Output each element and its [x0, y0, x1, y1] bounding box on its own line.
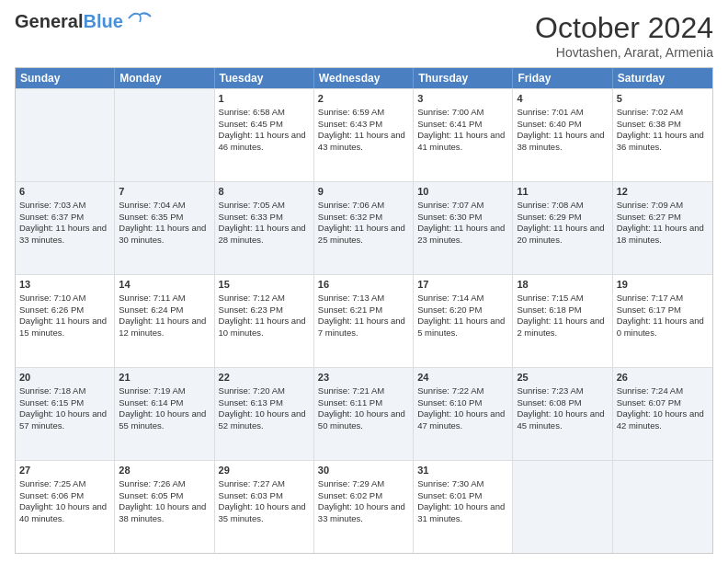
day-info: Sunset: 6:13 PM — [219, 397, 310, 409]
table-row: 24Sunrise: 7:22 AMSunset: 6:10 PMDayligh… — [414, 368, 513, 460]
calendar-row: 27Sunrise: 7:25 AMSunset: 6:06 PMDayligh… — [16, 460, 712, 553]
day-info: Daylight: 10 hours and 55 minutes. — [119, 408, 210, 432]
day-info: Sunrise: 7:15 AM — [517, 293, 608, 304]
day-info: Sunrise: 7:24 AM — [617, 385, 709, 397]
title-section: October 2024 Hovtashen, Ararat, Armenia — [535, 11, 713, 60]
day-info: Sunrise: 7:11 AM — [119, 293, 210, 304]
table-row: 7Sunrise: 7:04 AMSunset: 6:35 PMDaylight… — [115, 182, 214, 274]
table-row: 21Sunrise: 7:19 AMSunset: 6:14 PMDayligh… — [115, 368, 214, 460]
table-row: 31Sunrise: 7:30 AMSunset: 6:01 PMDayligh… — [414, 461, 513, 553]
table-row: 1Sunrise: 6:58 AMSunset: 6:45 PMDaylight… — [215, 89, 314, 181]
day-info: Daylight: 10 hours and 42 minutes. — [617, 408, 709, 432]
day-info: Sunrise: 7:27 AM — [219, 478, 310, 490]
day-number: 8 — [219, 185, 310, 199]
header: GeneralBlue October 2024 Hovtashen, Arar… — [15, 11, 713, 60]
weekday-wednesday: Wednesday — [314, 68, 414, 88]
day-info: Daylight: 10 hours and 52 minutes. — [219, 408, 310, 432]
page: GeneralBlue October 2024 Hovtashen, Arar… — [0, 0, 728, 563]
day-info: Sunset: 6:30 PM — [417, 212, 508, 224]
table-row: 10Sunrise: 7:07 AMSunset: 6:30 PMDayligh… — [414, 182, 513, 274]
day-info: Sunrise: 7:20 AM — [219, 385, 310, 397]
day-info: Sunset: 6:14 PM — [119, 397, 210, 409]
day-info: Daylight: 11 hours and 41 minutes. — [417, 130, 508, 154]
day-info: Daylight: 11 hours and 23 minutes. — [417, 223, 508, 247]
calendar-row: 13Sunrise: 7:10 AMSunset: 6:26 PMDayligh… — [16, 274, 712, 367]
day-info: Sunrise: 7:22 AM — [417, 385, 508, 397]
day-info: Sunset: 6:03 PM — [219, 490, 310, 502]
day-info: Sunrise: 7:14 AM — [417, 293, 508, 304]
day-info: Sunset: 6:18 PM — [517, 304, 608, 316]
calendar: Sunday Monday Tuesday Wednesday Thursday… — [15, 67, 713, 554]
day-info: Sunrise: 7:07 AM — [417, 200, 508, 212]
table-row — [613, 461, 712, 553]
month-title: October 2024 — [535, 11, 713, 45]
day-info: Sunset: 6:07 PM — [617, 397, 709, 409]
table-row: 13Sunrise: 7:10 AMSunset: 6:26 PMDayligh… — [16, 275, 115, 367]
day-number: 15 — [219, 278, 310, 292]
day-info: Daylight: 11 hours and 5 minutes. — [417, 316, 508, 339]
day-info: Daylight: 11 hours and 12 minutes. — [119, 316, 210, 339]
day-info: Daylight: 11 hours and 18 minutes. — [617, 223, 709, 247]
day-info: Sunrise: 7:03 AM — [19, 200, 110, 212]
day-info: Sunrise: 7:26 AM — [119, 478, 210, 490]
day-number: 23 — [318, 371, 409, 385]
day-info: Sunrise: 7:08 AM — [517, 200, 608, 212]
table-row: 25Sunrise: 7:23 AMSunset: 6:08 PMDayligh… — [513, 368, 612, 460]
weekday-saturday: Saturday — [613, 68, 712, 88]
day-info: Sunset: 6:33 PM — [219, 212, 310, 224]
day-info: Daylight: 10 hours and 33 minutes. — [318, 501, 409, 525]
day-info: Sunrise: 7:04 AM — [119, 200, 210, 212]
table-row: 26Sunrise: 7:24 AMSunset: 6:07 PMDayligh… — [613, 368, 712, 460]
day-number: 9 — [318, 185, 409, 199]
day-number: 30 — [318, 464, 409, 477]
table-row: 3Sunrise: 7:00 AMSunset: 6:41 PMDaylight… — [414, 89, 513, 181]
day-info: Sunset: 6:15 PM — [19, 397, 110, 409]
day-info: Daylight: 11 hours and 30 minutes. — [119, 223, 210, 247]
table-row: 14Sunrise: 7:11 AMSunset: 6:24 PMDayligh… — [115, 275, 214, 367]
weekday-thursday: Thursday — [414, 68, 513, 88]
calendar-row: 1Sunrise: 6:58 AMSunset: 6:45 PMDaylight… — [16, 88, 712, 181]
day-info: Daylight: 11 hours and 46 minutes. — [219, 130, 310, 154]
day-info: Sunset: 6:45 PM — [219, 119, 310, 131]
calendar-header: Sunday Monday Tuesday Wednesday Thursday… — [16, 68, 712, 88]
day-number: 27 — [19, 464, 110, 477]
day-info: Sunset: 6:23 PM — [219, 304, 310, 316]
day-info: Sunset: 6:24 PM — [119, 304, 210, 316]
day-info: Daylight: 11 hours and 33 minutes. — [19, 223, 110, 247]
table-row: 19Sunrise: 7:17 AMSunset: 6:17 PMDayligh… — [613, 275, 712, 367]
day-info: Daylight: 10 hours and 47 minutes. — [417, 408, 508, 432]
table-row: 2Sunrise: 6:59 AMSunset: 6:43 PMDaylight… — [314, 89, 414, 181]
day-number: 31 — [417, 464, 508, 477]
day-number: 11 — [517, 185, 608, 199]
day-info: Daylight: 10 hours and 38 minutes. — [119, 501, 210, 525]
day-info: Sunrise: 7:13 AM — [318, 293, 409, 304]
day-info: Daylight: 10 hours and 45 minutes. — [517, 408, 608, 432]
day-info: Sunset: 6:21 PM — [318, 304, 409, 316]
table-row: 28Sunrise: 7:26 AMSunset: 6:05 PMDayligh… — [115, 461, 214, 553]
day-info: Sunset: 6:38 PM — [617, 119, 709, 131]
day-info: Sunrise: 7:30 AM — [417, 478, 508, 490]
weekday-tuesday: Tuesday — [215, 68, 314, 88]
day-info: Sunset: 6:41 PM — [417, 119, 508, 131]
day-info: Daylight: 10 hours and 50 minutes. — [318, 408, 409, 432]
day-number: 25 — [517, 371, 608, 385]
day-info: Sunrise: 7:01 AM — [517, 107, 608, 119]
day-info: Sunset: 6:05 PM — [119, 490, 210, 502]
day-number: 12 — [617, 185, 709, 199]
table-row: 4Sunrise: 7:01 AMSunset: 6:40 PMDaylight… — [513, 89, 612, 181]
table-row — [115, 89, 214, 181]
day-number: 2 — [318, 92, 409, 106]
table-row: 29Sunrise: 7:27 AMSunset: 6:03 PMDayligh… — [215, 461, 314, 553]
day-info: Sunrise: 7:00 AM — [417, 107, 508, 119]
day-info: Sunrise: 7:02 AM — [617, 107, 709, 119]
day-number: 5 — [617, 92, 709, 106]
day-info: Sunrise: 7:05 AM — [219, 200, 310, 212]
logo: GeneralBlue — [15, 11, 153, 32]
day-info: Sunrise: 6:58 AM — [219, 107, 310, 119]
day-number: 4 — [517, 92, 608, 106]
table-row: 5Sunrise: 7:02 AMSunset: 6:38 PMDaylight… — [613, 89, 712, 181]
day-info: Sunrise: 7:19 AM — [119, 385, 210, 397]
day-info: Sunset: 6:10 PM — [417, 397, 508, 409]
day-info: Sunrise: 7:25 AM — [19, 478, 110, 490]
table-row — [16, 89, 115, 181]
